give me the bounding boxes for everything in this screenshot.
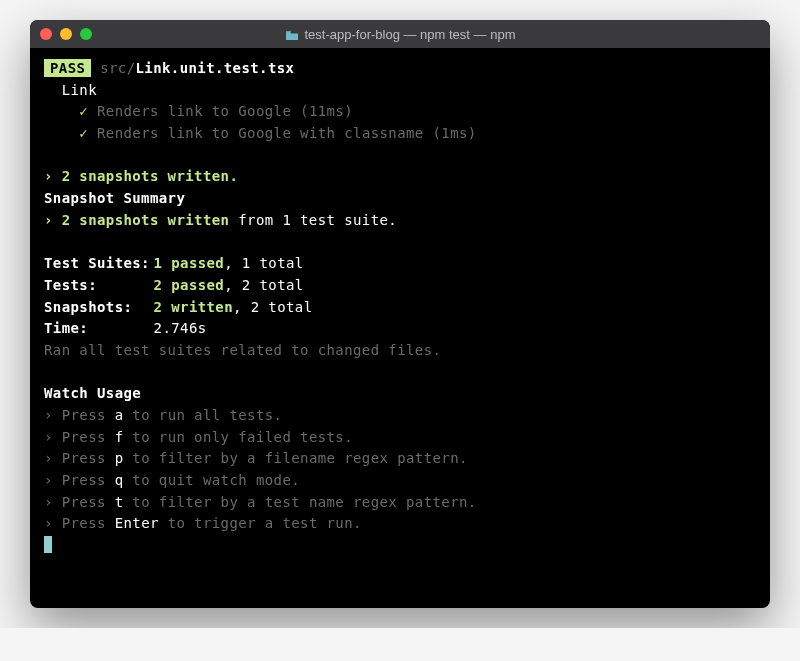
watch-usage-list: › Press a to run all tests. › Press f to… <box>44 405 756 535</box>
traffic-lights <box>40 28 92 40</box>
time-line: Time:2.746s <box>44 318 756 340</box>
terminal-body[interactable]: PASS src/Link.unit.test.tsx Link ✓ Rende… <box>30 48 770 608</box>
watch-usage-item: › Press q to quit watch mode. <box>44 470 756 492</box>
close-icon[interactable] <box>40 28 52 40</box>
file-name: Link.unit.test.tsx <box>136 60 295 76</box>
watch-usage-item: › Press f to run only failed tests. <box>44 427 756 449</box>
snapshots-line: Snapshots:2 written, 2 total <box>44 297 756 319</box>
watch-usage-heading: Watch Usage <box>44 383 756 405</box>
check-icon: ✓ <box>79 125 88 141</box>
describe-line: Link <box>44 80 756 102</box>
file-dir: src/ <box>100 60 135 76</box>
watch-desc: to run only failed tests. <box>123 429 353 445</box>
watch-desc: to quit watch mode. <box>123 472 300 488</box>
prompt-line <box>44 535 756 557</box>
cursor-icon <box>44 536 52 553</box>
watch-desc: to filter by a filename regex pattern. <box>123 450 467 466</box>
test-name: Renders link to Google <box>97 103 291 119</box>
snapshot-summary-line: › 2 snapshots written from 1 test suite. <box>44 210 756 232</box>
check-icon: ✓ <box>79 103 88 119</box>
tests-list: ✓ Renders link to Google (11ms) ✓ Render… <box>44 101 756 144</box>
test-result-line: ✓ Renders link to Google with classname … <box>44 123 756 145</box>
window-title: test-app-for-blog — npm test — npm <box>30 27 770 42</box>
minimize-icon[interactable] <box>60 28 72 40</box>
watch-desc: to trigger a test run. <box>159 515 362 531</box>
watch-usage-item: › Press t to filter by a test name regex… <box>44 492 756 514</box>
folder-icon <box>285 29 299 40</box>
zoom-icon[interactable] <box>80 28 92 40</box>
terminal-window: test-app-for-blog — npm test — npm PASS … <box>30 20 770 608</box>
test-time: (1ms) <box>433 125 477 141</box>
pass-badge: PASS <box>44 59 91 77</box>
tests-line: Tests:2 passed, 2 total <box>44 275 756 297</box>
ran-message: Ran all test suites related to changed f… <box>44 340 756 362</box>
watch-usage-item: › Press a to run all tests. <box>44 405 756 427</box>
snapshot-summary-heading: Snapshot Summary <box>44 188 756 210</box>
pass-line: PASS src/Link.unit.test.tsx <box>44 58 756 80</box>
watch-key: Enter <box>115 515 159 531</box>
watch-usage-item: › Press Enter to trigger a test run. <box>44 513 756 535</box>
window-title-text: test-app-for-blog — npm test — npm <box>305 27 516 42</box>
test-result-line: ✓ Renders link to Google (11ms) <box>44 101 756 123</box>
snapshots-written-line: › 2 snapshots written. <box>44 166 756 188</box>
watch-usage-item: › Press p to filter by a filename regex … <box>44 448 756 470</box>
watch-desc: to run all tests. <box>123 407 282 423</box>
test-suites-line: Test Suites:1 passed, 1 total <box>44 253 756 275</box>
titlebar[interactable]: test-app-for-blog — npm test — npm <box>30 20 770 48</box>
test-time: (11ms) <box>300 103 353 119</box>
test-name: Renders link to Google with classname <box>97 125 424 141</box>
watch-desc: to filter by a test name regex pattern. <box>123 494 476 510</box>
